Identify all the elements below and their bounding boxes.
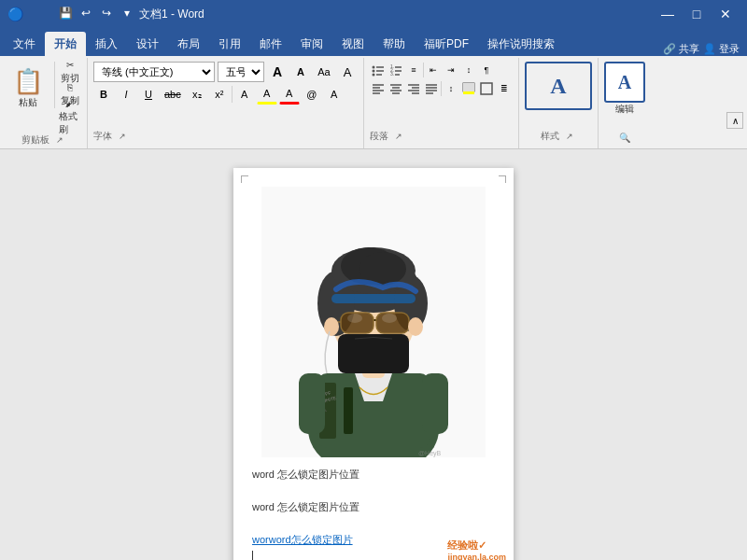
tab-home[interactable]: 开始 xyxy=(45,32,86,56)
paste-button[interactable]: 📋 粘贴 xyxy=(6,62,50,114)
align-center-button[interactable] xyxy=(388,80,404,97)
style-label: 样式 xyxy=(541,130,559,145)
ribbon-group-clipboard: 📋 粘贴 ✂ 剪切 ⎘ 复制 🖌 格式刷 xyxy=(0,58,88,148)
tab-help[interactable]: 帮助 xyxy=(374,32,415,56)
svg-point-61 xyxy=(324,317,339,336)
tab-search[interactable]: 操作说明搜索 xyxy=(478,32,564,56)
show-formatting-button[interactable]: ¶ xyxy=(478,62,495,78)
para-footer: 段落 ↗ xyxy=(370,128,513,145)
svg-rect-51 xyxy=(331,294,416,303)
superscript-button[interactable]: x² xyxy=(209,84,230,105)
tab-view[interactable]: 视图 xyxy=(332,32,374,56)
title-bar-left: 🔵 💾 ↩ ↪ ▾ 文档1 - Word xyxy=(7,7,204,22)
border-button[interactable] xyxy=(478,80,495,97)
maximize-button[interactable]: □ xyxy=(683,1,711,27)
font-family-select[interactable]: 等线 (中文正文) xyxy=(93,62,215,82)
format-painter-button[interactable]: 🖌 格式刷 xyxy=(59,106,81,127)
sort-button[interactable]: ↕ xyxy=(460,62,477,78)
format-painter-icon: 🖌 xyxy=(65,98,75,108)
clipboard-expand-btn[interactable]: ↗ xyxy=(53,133,66,147)
ribbon-collapse-button[interactable]: ∧ xyxy=(726,112,743,129)
svg-rect-41 xyxy=(299,373,325,434)
svg-rect-29 xyxy=(463,83,474,91)
font-row2: B I U abc x₂ x² A A A @ A xyxy=(93,84,358,105)
save-button[interactable]: 💾 xyxy=(56,4,75,22)
user-account[interactable]: 👤 登录 xyxy=(703,42,740,56)
minimize-button[interactable]: — xyxy=(654,1,682,27)
document-area[interactable]: OFF WHITE PA xyxy=(0,149,747,560)
tab-design[interactable]: 设计 xyxy=(127,32,168,56)
char-spacing-button[interactable]: @ xyxy=(302,84,322,105)
line-spacing-button[interactable]: ↕ xyxy=(443,80,459,97)
font-expand-btn[interactable]: ↗ xyxy=(116,130,129,143)
share-button[interactable]: 🔗 共享 xyxy=(663,42,699,56)
chinese-layout-button[interactable]: ≣ xyxy=(496,80,513,97)
italic-button[interactable]: I xyxy=(116,84,136,105)
font-size-select[interactable]: 五号 xyxy=(218,62,264,82)
qat-dropdown-button[interactable]: ▾ xyxy=(118,4,136,22)
bullets-button[interactable] xyxy=(370,62,387,78)
justify-button[interactable] xyxy=(423,80,440,97)
editing-search-btn[interactable]: 🔍 xyxy=(619,133,630,145)
decrease-indent-button[interactable]: ⇤ xyxy=(425,62,442,78)
font-color-button[interactable]: A xyxy=(279,84,300,105)
align-right-button[interactable] xyxy=(405,80,422,97)
strikethrough-button[interactable]: abc xyxy=(161,84,185,105)
change-case-button[interactable]: Aa xyxy=(314,62,334,82)
ribbon-tab-bar: 文件 开始 插入 设计 布局 引用 邮件 审阅 视图 帮助 福昕PDF 操作说明… xyxy=(0,28,747,56)
font-misc-button[interactable]: A xyxy=(324,84,345,105)
tab-insert[interactable]: 插入 xyxy=(86,32,127,56)
cut-button[interactable]: ✂ 剪切 xyxy=(59,62,81,82)
shading-button[interactable] xyxy=(460,80,477,97)
font-shrink-button[interactable]: A xyxy=(290,62,311,82)
embedded-image[interactable]: OFF WHITE PA xyxy=(261,187,486,457)
highlight-button[interactable]: A xyxy=(257,84,277,105)
style-expand-btn[interactable]: ↗ xyxy=(563,130,576,143)
para-row2: ↕ ≣ xyxy=(370,80,513,97)
style-footer: 样式 ↗ xyxy=(541,128,576,145)
clear-format-button[interactable]: A xyxy=(337,62,358,82)
tab-mailings[interactable]: 邮件 xyxy=(250,32,291,56)
editing-footer: 🔍 xyxy=(619,131,630,145)
svg-point-4 xyxy=(373,74,375,77)
watermark-line2: jingyan.la.com xyxy=(447,553,506,560)
title-bar: 🔵 💾 ↩ ↪ ▾ 文档1 - Word — □ ✕ xyxy=(0,0,747,28)
close-button[interactable]: ✕ xyxy=(712,1,740,27)
numbering-button[interactable]: 1.2.3. xyxy=(388,62,404,78)
tab-foxit[interactable]: 福昕PDF xyxy=(415,32,478,56)
font-grow-button[interactable]: A xyxy=(267,62,288,82)
redo-button[interactable]: ↪ xyxy=(97,4,116,22)
tab-references[interactable]: 引用 xyxy=(209,32,250,56)
font-label: 字体 xyxy=(93,130,112,145)
bold-button[interactable]: B xyxy=(93,84,114,105)
font-divider1 xyxy=(232,86,233,103)
clipboard-label: 剪贴板 xyxy=(21,133,49,148)
editing-buttons: A 编辑 xyxy=(604,62,645,116)
svg-rect-37 xyxy=(344,387,353,434)
tab-review[interactable]: 审阅 xyxy=(291,32,332,56)
underline-button[interactable]: U xyxy=(138,84,159,105)
watermark: 经验啦✓ jingyan.la.com xyxy=(447,539,506,560)
undo-button[interactable]: ↩ xyxy=(77,4,95,22)
style-preview[interactable]: A xyxy=(525,62,592,110)
text-line-1: word 怎么锁定图片位置 xyxy=(252,467,495,483)
align-left-button[interactable] xyxy=(370,80,387,97)
increase-indent-button[interactable]: ⇥ xyxy=(443,62,459,78)
tab-file[interactable]: 文件 xyxy=(4,32,45,56)
tab-layout[interactable]: 布局 xyxy=(168,32,209,56)
text-line-2: word 怎么锁定图片位置 xyxy=(252,499,495,516)
page-container: OFF WHITE PA xyxy=(233,168,514,560)
edit-style-button[interactable]: A 编辑 xyxy=(604,62,645,116)
font-footer: 字体 ↗ xyxy=(93,128,358,145)
window-title: 文档1 - Word xyxy=(139,7,204,22)
svg-text:@HeyB: @HeyB xyxy=(418,450,442,457)
multilevel-list-button[interactable]: ≡ xyxy=(405,62,422,78)
ribbon-group-font: 等线 (中文正文) 五号 A A Aa A B I U abc x₂ x² A … xyxy=(88,58,364,148)
character-svg: OFF WHITE PA xyxy=(261,187,486,457)
subscript-button[interactable]: x₂ xyxy=(187,84,207,105)
ribbon-content: 📋 粘贴 ✂ 剪切 ⎘ 复制 🖌 格式刷 xyxy=(0,56,747,149)
clipboard-footer: 剪贴板 ↗ xyxy=(21,132,66,148)
para-expand-btn[interactable]: ↗ xyxy=(392,130,405,143)
text-effect-button[interactable]: A xyxy=(234,84,255,105)
font-row1: 等线 (中文正文) 五号 A A Aa A xyxy=(93,62,358,82)
